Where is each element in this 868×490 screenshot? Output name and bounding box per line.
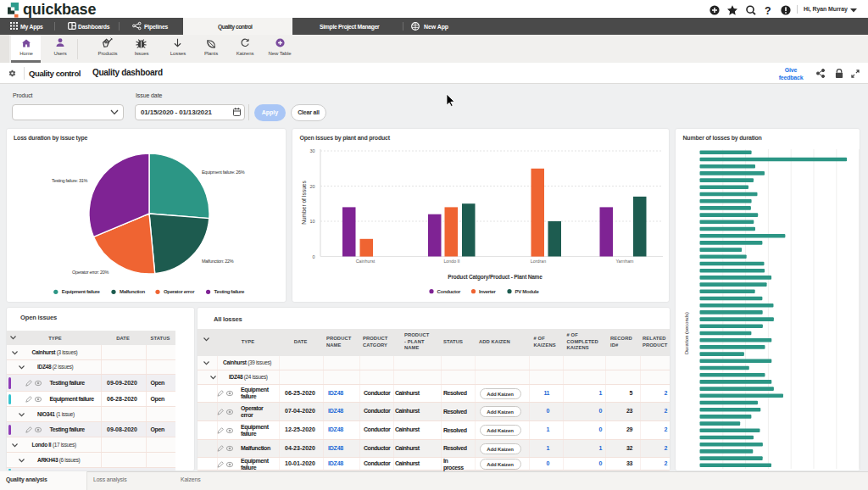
svg-text:Duration (seconds): Duration (seconds) xyxy=(684,312,689,354)
